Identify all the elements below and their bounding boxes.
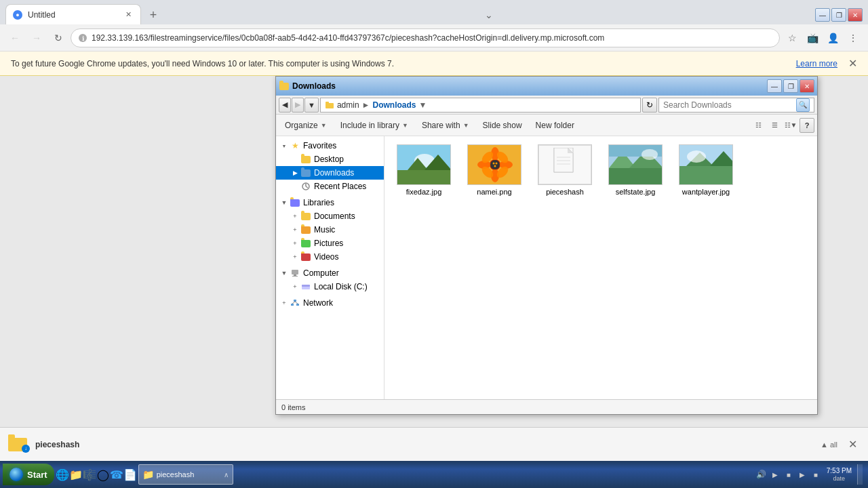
explorer-titlebar-icon bbox=[279, 81, 290, 92]
refresh-button[interactable]: ↻ bbox=[49, 28, 68, 47]
slide-show-button[interactable]: Slide show bbox=[477, 117, 528, 134]
pictures-item[interactable]: + Pictures bbox=[276, 237, 384, 250]
lock-icon: ℹ bbox=[78, 33, 87, 43]
file-item-selfstate[interactable]: selfstate.jpg bbox=[601, 142, 669, 199]
tray-media-icon[interactable]: ▶ bbox=[797, 469, 808, 480]
quicklaunch-ie-icon[interactable]: 🌐 bbox=[57, 469, 68, 480]
downloads-folder-icon bbox=[300, 167, 311, 178]
svg-rect-9 bbox=[292, 276, 298, 277]
desktop-folder-icon bbox=[300, 154, 311, 165]
active-tab[interactable]: ● Untitled ✕ bbox=[5, 4, 141, 24]
svg-rect-14 bbox=[296, 304, 299, 306]
address-path[interactable]: admin ► Downloads ▼ bbox=[320, 98, 641, 113]
computer-expand-icon: ▼ bbox=[279, 268, 290, 279]
file-item-wantplayer[interactable]: wantplayer.jpg bbox=[672, 142, 740, 199]
search-box[interactable]: 🔍 bbox=[658, 98, 814, 113]
menu-button[interactable]: ⋮ bbox=[844, 28, 863, 47]
cast-button[interactable]: 📺 bbox=[803, 28, 822, 47]
tab-overflow-button[interactable]: ⌄ bbox=[479, 5, 498, 24]
videos-folder-icon bbox=[300, 251, 311, 262]
blank-doc-svg bbox=[551, 148, 578, 182]
explorer-close-button[interactable]: ✕ bbox=[800, 79, 814, 93]
taskbar-tray: 🔊 ▶ ■ ▶ ■ 7:53 PM date bbox=[753, 464, 865, 485]
file-item-namei[interactable]: namei.png bbox=[460, 142, 528, 199]
quicklaunch-media-icon[interactable]: 🎼 bbox=[84, 469, 95, 480]
computer-icon bbox=[290, 268, 300, 279]
downloads-item[interactable]: ▶ Downloads bbox=[276, 166, 384, 180]
music-item[interactable]: + Music bbox=[276, 223, 384, 237]
tray-time: 7:53 PM bbox=[827, 466, 852, 475]
explorer-statusbar: 0 items bbox=[276, 399, 817, 414]
local-disk-item[interactable]: + Local Disk (C:) bbox=[276, 280, 384, 293]
file-name-pieceshash: pieceshash bbox=[546, 188, 584, 196]
address-chevron: ▼ bbox=[418, 100, 427, 110]
file-item-pieceshash[interactable]: pieceshash bbox=[531, 142, 599, 199]
file-item-fixedaz[interactable]: fixedaz.jpg bbox=[390, 142, 458, 199]
recent-clock-icon bbox=[301, 182, 311, 190]
files-panel: fixedaz.jpg bbox=[384, 136, 817, 399]
explorer-refresh-button[interactable]: ↻ bbox=[642, 98, 657, 113]
download-bar-close-button[interactable]: ✕ bbox=[846, 435, 860, 453]
tray-network-icon[interactable]: ▶ bbox=[770, 469, 781, 480]
bookmark-star-button[interactable]: ☆ bbox=[783, 28, 802, 47]
back-button[interactable]: ← bbox=[5, 28, 24, 47]
quicklaunch-chrome-icon[interactable]: ◯ bbox=[98, 469, 108, 480]
share-with-button[interactable]: Share with ▼ bbox=[416, 117, 475, 134]
explorer-minimize-button[interactable]: — bbox=[767, 79, 782, 93]
documents-item[interactable]: + Documents bbox=[276, 209, 384, 223]
address-separator: ► bbox=[362, 100, 370, 110]
quicklaunch-folder-icon[interactable]: 📁 bbox=[71, 469, 81, 480]
include-dropdown-icon: ▼ bbox=[402, 122, 408, 129]
new-folder-button[interactable]: New folder bbox=[530, 117, 580, 134]
svg-point-33 bbox=[493, 163, 495, 165]
start-button[interactable]: Start bbox=[3, 464, 54, 485]
explorer-forward-button[interactable]: ▶ bbox=[292, 98, 304, 113]
address-bar[interactable]: ℹ 192.33.139.163/filestreamingservice/fi… bbox=[71, 28, 780, 47]
desktop-item[interactable]: ▶ Desktop bbox=[276, 152, 384, 166]
change-view-button[interactable]: ☷▼ bbox=[783, 118, 798, 133]
tray-volume-icon[interactable]: 🔊 bbox=[756, 469, 767, 480]
videos-item[interactable]: + Videos bbox=[276, 250, 384, 264]
browser-maximize-button[interactable]: ❐ bbox=[831, 8, 846, 22]
info-bar-close-button[interactable]: ✕ bbox=[848, 57, 857, 70]
explorer-maximize-button[interactable]: ❐ bbox=[783, 79, 798, 93]
tab-bar: ● Untitled ✕ + ⌄ — ❐ ✕ bbox=[0, 0, 868, 24]
libraries-group[interactable]: ▼ Libraries bbox=[276, 196, 384, 209]
favorites-expand-icon bbox=[279, 140, 290, 151]
new-tab-button[interactable]: + bbox=[144, 5, 163, 24]
svg-rect-3 bbox=[326, 102, 329, 104]
learn-more-link[interactable]: Learn more bbox=[796, 59, 837, 68]
forward-button[interactable]: → bbox=[27, 28, 46, 47]
taskbar-task-pieceshash[interactable]: 📁 pieceshash ∧ bbox=[138, 464, 233, 485]
main-content: Downloads — ❐ ✕ ◀ ▶ ▼ bbox=[0, 76, 868, 488]
network-group[interactable]: + Network bbox=[276, 296, 384, 310]
tray-security-icon[interactable]: ■ bbox=[810, 469, 821, 480]
account-button[interactable]: 👤 bbox=[823, 28, 842, 47]
computer-group[interactable]: ▼ Computer bbox=[276, 266, 384, 280]
tray-display-icon[interactable]: ■ bbox=[783, 469, 794, 480]
file-thumb-namei bbox=[467, 144, 521, 185]
tab-close-button[interactable]: ✕ bbox=[123, 9, 134, 20]
svg-point-34 bbox=[496, 163, 498, 165]
explorer-back-button[interactable]: ◀ bbox=[279, 98, 291, 113]
favorites-group[interactable]: ★ Favorites bbox=[276, 139, 384, 152]
browser-close-button[interactable]: ✕ bbox=[848, 8, 863, 22]
browser-minimize-button[interactable]: — bbox=[815, 8, 830, 22]
organize-button[interactable]: Organize ▼ bbox=[279, 117, 333, 134]
search-submit-button[interactable]: 🔍 bbox=[796, 98, 810, 112]
tree-panel: ★ Favorites ▶ Desktop ▶ Downloads bbox=[276, 136, 384, 399]
search-input[interactable] bbox=[663, 100, 793, 110]
explorer-dropdown-button[interactable]: ▼ bbox=[304, 98, 319, 113]
details-pane-button[interactable]: ☰ bbox=[767, 118, 782, 133]
include-in-library-button[interactable]: Include in library ▼ bbox=[334, 117, 414, 134]
selfstate-thumbnail bbox=[609, 144, 662, 185]
recent-places-item[interactable]: ▶ Recent Places bbox=[276, 180, 384, 193]
explorer-titlebar: Downloads — ❐ ✕ bbox=[276, 77, 817, 96]
show-desktop-button[interactable] bbox=[857, 464, 863, 485]
help-button[interactable]: ? bbox=[800, 118, 814, 133]
quicklaunch-extra-icon[interactable]: 📄 bbox=[125, 469, 136, 480]
quicklaunch-edge-icon[interactable]: ☎ bbox=[111, 469, 122, 480]
show-all-button[interactable]: ▲ all bbox=[821, 441, 837, 449]
file-name-selfstate: selfstate.jpg bbox=[616, 188, 656, 196]
preview-pane-button[interactable]: ☷ bbox=[751, 118, 766, 133]
